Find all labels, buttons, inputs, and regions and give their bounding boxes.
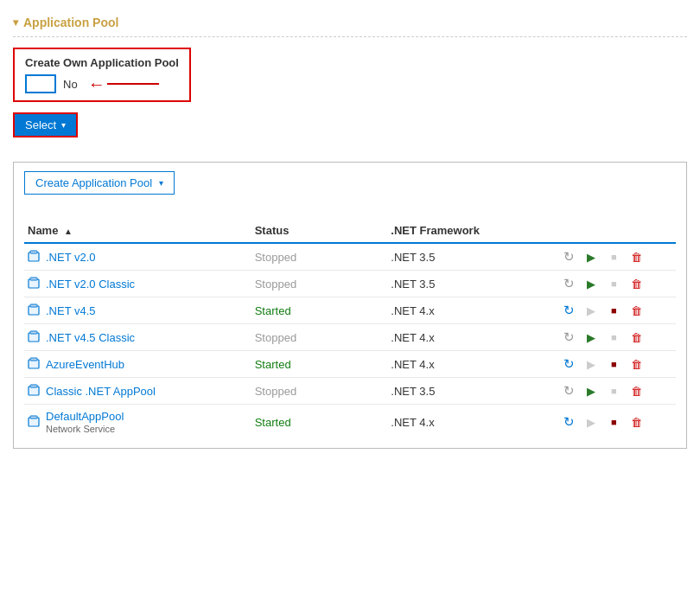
pool-icon: [28, 415, 41, 429]
table-row[interactable]: .NET v4.5 Classic Stopped.NET 4.x ↻ ▶ ■ …: [24, 324, 676, 351]
svg-rect-1: [30, 251, 37, 253]
stop-icon[interactable]: ■: [606, 303, 621, 318]
pool-dotnet-cell: .NET 4.x: [387, 324, 557, 351]
delete-icon[interactable]: 🗑: [628, 329, 644, 345]
col-header-status[interactable]: Status: [251, 219, 388, 243]
create-pool-dropdown-icon: ▾: [159, 178, 163, 188]
col-header-name[interactable]: Name ▲: [24, 219, 251, 243]
play-icon[interactable]: ▶: [583, 249, 599, 265]
play-icon[interactable]: ▶: [583, 276, 599, 291]
play-icon[interactable]: ▶: [583, 356, 599, 372]
pool-status: Started: [255, 304, 291, 317]
pool-actions-cell: ↻ ▶ ■ 🗑: [557, 324, 676, 351]
pool-status-cell: Stopped: [251, 378, 388, 405]
own-pool-row: No ←: [25, 74, 179, 93]
delete-icon[interactable]: 🗑: [628, 414, 644, 430]
pool-name-cell: AzureEventHub: [24, 351, 251, 378]
table-row[interactable]: .NET v4.5 Started.NET 4.x ↻ ▶ ■ 🗑: [24, 297, 676, 324]
refresh-icon[interactable]: ↻: [561, 276, 576, 291]
delete-icon[interactable]: 🗑: [628, 383, 644, 399]
pool-name-cell: .NET v2.0 Classic: [24, 271, 251, 297]
refresh-icon[interactable]: ↻: [561, 303, 576, 318]
pool-name[interactable]: .NET v4.5: [46, 304, 96, 317]
select-btn-wrapper: Select ▾: [13, 112, 78, 137]
play-icon[interactable]: ▶: [583, 329, 599, 345]
refresh-icon[interactable]: ↻: [561, 383, 576, 399]
svg-rect-3: [30, 278, 37, 280]
table-row[interactable]: .NET v2.0 Classic Stopped.NET 3.5 ↻ ▶ ■ …: [24, 271, 676, 297]
pool-status: Started: [255, 416, 291, 429]
table-row[interactable]: AzureEventHub Started.NET 4.x ↻ ▶ ■ 🗑: [24, 351, 676, 378]
pool-dotnet-cell: .NET 3.5: [387, 378, 557, 405]
pool-status-cell: Stopped: [251, 324, 388, 351]
pool-subtext: Network Service: [46, 424, 124, 434]
delete-icon[interactable]: 🗑: [628, 249, 644, 265]
own-pool-value: No: [63, 78, 78, 91]
own-pool-box: Create Own Application Pool No ←: [13, 48, 191, 102]
delete-icon[interactable]: 🗑: [628, 303, 644, 318]
stop-icon[interactable]: ■: [606, 249, 621, 265]
pool-status-cell: Started: [251, 351, 388, 378]
play-icon[interactable]: ▶: [583, 414, 599, 430]
col-header-dotnet[interactable]: .NET Framework: [387, 219, 557, 243]
svg-rect-9: [30, 358, 37, 361]
pool-name[interactable]: .NET v4.5 Classic: [46, 331, 135, 344]
section-header: ▾ Application Pool: [13, 9, 687, 37]
pool-table: Name ▲ Status .NET Framework .NET v2.0: [24, 219, 676, 439]
own-pool-toggle[interactable]: [25, 74, 56, 93]
stop-icon[interactable]: ■: [606, 329, 621, 345]
pool-dotnet-cell: .NET 3.5: [387, 271, 557, 297]
pool-status: Stopped: [255, 331, 296, 344]
pool-name[interactable]: .NET v2.0 Classic: [46, 278, 135, 291]
pool-status: Stopped: [255, 251, 296, 264]
pool-name-cell: DefaultAppPool Network Service: [24, 405, 251, 440]
delete-icon[interactable]: 🗑: [628, 276, 644, 291]
table-row[interactable]: Classic .NET AppPool Stopped.NET 3.5 ↻ ▶…: [24, 378, 676, 405]
pool-dotnet-cell: .NET 4.x: [387, 405, 557, 440]
refresh-icon[interactable]: ↻: [561, 414, 576, 430]
main-panel: Create Application Pool ▾ Name ▲ Status …: [13, 162, 687, 449]
pool-actions-cell: ↻ ▶ ■ 🗑: [557, 243, 676, 271]
table-row[interactable]: .NET v2.0 Stopped.NET 3.5 ↻ ▶ ■ 🗑: [24, 243, 676, 271]
pool-status-cell: Stopped: [251, 271, 388, 297]
pool-status-cell: Started: [251, 297, 388, 324]
pool-name-cell: Classic .NET AppPool: [24, 378, 251, 405]
stop-icon[interactable]: ■: [606, 276, 621, 291]
svg-rect-7: [30, 331, 37, 334]
section-chevron-icon[interactable]: ▾: [13, 16, 18, 29]
pool-actions-cell: ↻ ▶ ■ 🗑: [557, 378, 676, 405]
pool-status-cell: Stopped: [251, 243, 388, 271]
stop-icon[interactable]: ■: [606, 383, 621, 399]
create-pool-button-label: Create Application Pool: [35, 176, 152, 189]
pool-name[interactable]: AzureEventHub: [46, 358, 124, 371]
pool-name[interactable]: .NET v2.0: [46, 251, 96, 264]
svg-rect-11: [30, 385, 37, 387]
refresh-icon[interactable]: ↻: [561, 329, 576, 345]
pool-actions-cell: ↻ ▶ ■ 🗑: [557, 405, 676, 440]
delete-icon[interactable]: 🗑: [628, 356, 644, 372]
play-icon[interactable]: ▶: [583, 303, 599, 318]
page-container: ▾ Application Pool Create Own Applicatio…: [0, 0, 700, 457]
refresh-icon[interactable]: ↻: [561, 356, 576, 372]
svg-rect-5: [30, 304, 37, 307]
stop-icon[interactable]: ■: [606, 414, 621, 430]
table-row[interactable]: DefaultAppPool Network Service Started.N…: [24, 405, 676, 440]
red-arrow-icon: ←: [88, 75, 105, 93]
select-button[interactable]: Select ▾: [15, 114, 76, 136]
pool-icon: [28, 277, 41, 291]
play-icon[interactable]: ▶: [583, 383, 599, 399]
col-header-actions: [557, 219, 676, 243]
pool-icon: [28, 330, 41, 344]
pool-actions-cell: ↻ ▶ ■ 🗑: [557, 297, 676, 324]
pool-name[interactable]: Classic .NET AppPool: [46, 385, 156, 398]
pool-name[interactable]: DefaultAppPool: [46, 410, 124, 423]
pool-name-cell: .NET v2.0: [24, 243, 251, 271]
pool-actions-cell: ↻ ▶ ■ 🗑: [557, 271, 676, 297]
refresh-icon[interactable]: ↻: [561, 249, 576, 265]
create-pool-button[interactable]: Create Application Pool ▾: [24, 171, 175, 195]
sort-arrow-icon: ▲: [64, 227, 73, 236]
stop-icon[interactable]: ■: [606, 356, 621, 372]
own-pool-label: Create Own Application Pool: [25, 56, 179, 69]
pool-icon: [28, 250, 41, 264]
pool-icon: [28, 357, 41, 371]
